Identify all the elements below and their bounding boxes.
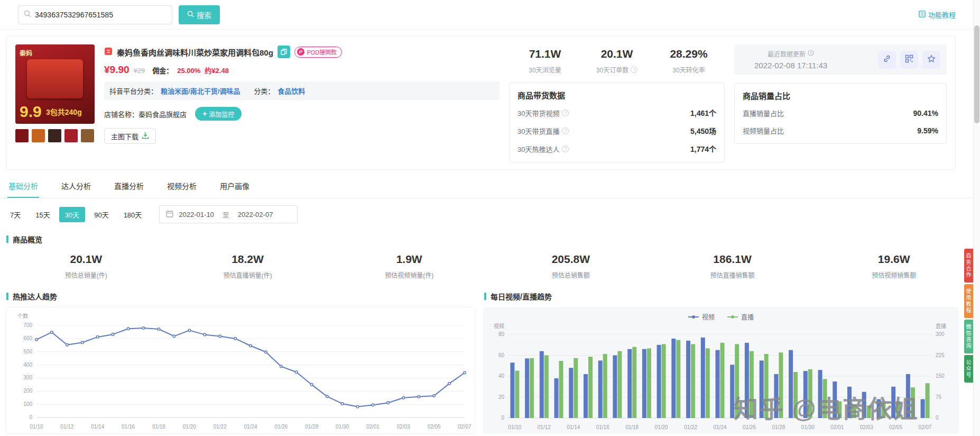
product-doc-icon xyxy=(104,47,113,57)
product-thumbnail[interactable] xyxy=(64,129,78,142)
svg-text:20: 20 xyxy=(498,394,505,400)
svg-text:100: 100 xyxy=(23,401,32,407)
platform-category-label: 抖音平台分类： xyxy=(109,86,158,96)
svg-text:01/26: 01/26 xyxy=(743,424,756,430)
daily-trend-section: 每日视频/直播趋势 视频 直播 002075401506022580300视频直… xyxy=(483,291,959,434)
update-column: 最近数据更新 2022-02-08 17:11:43 xyxy=(734,44,947,162)
ratio-row-live: 直播销量占比 90.41% xyxy=(743,104,938,122)
add-monitor-button[interactable]: 添加监控 xyxy=(195,107,242,121)
favorite-button[interactable] xyxy=(922,51,940,69)
row-label: 30天带货直播 xyxy=(517,126,559,136)
svg-text:个数: 个数 xyxy=(17,313,28,319)
range-30d[interactable]: 30天 xyxy=(59,207,85,222)
carry-row-talent: 30天热推达人 1,774个 xyxy=(517,140,716,158)
tutorial-link[interactable]: 功能教程 xyxy=(919,10,956,20)
row-label: 30天带货视频 xyxy=(517,108,559,118)
tab-talent-analysis[interactable]: 达人分析 xyxy=(60,175,92,198)
help-icon[interactable] xyxy=(562,146,569,152)
help-icon[interactable] xyxy=(631,66,637,73)
product-thumbnail[interactable] xyxy=(15,129,29,142)
tab-live-analysis[interactable]: 直播分析 xyxy=(113,175,145,198)
product-image[interactable]: 秦妈 9.9 3包共240g xyxy=(15,44,95,124)
carry-row-video: 30天带货视频 1,461个 xyxy=(517,104,716,122)
main-image-download-button[interactable]: 主图下载 xyxy=(104,128,156,144)
range-15d[interactable]: 15天 xyxy=(30,207,56,222)
ratio-panel-title: 商品销量占比 xyxy=(743,90,938,101)
update-time: 2022-02-08 17:11:43 xyxy=(754,61,827,70)
tab-user-profile[interactable]: 用户画像 xyxy=(219,175,251,198)
date-range-picker[interactable]: 2022-01-10 至 2022-02-07 xyxy=(159,205,298,223)
row-value: 1,774个 xyxy=(690,143,716,154)
ratio-row-video: 视频销量占比 9.59% xyxy=(743,122,938,139)
product-thumbnail[interactable] xyxy=(32,129,45,142)
plus-icon xyxy=(202,110,207,118)
metrics-column: 71.1W 30天浏览量 20.1W 30天订单数 28.29% 30天转化率 … xyxy=(509,44,725,162)
svg-text:01/14: 01/14 xyxy=(567,424,580,430)
legend-video[interactable]: 视频 xyxy=(688,312,715,321)
metric-views: 71.1W 30天浏览量 xyxy=(509,48,581,74)
pdd-badge-label: PDD搜同款 xyxy=(307,48,337,56)
svg-text:02/03: 02/03 xyxy=(397,424,410,430)
range-90d[interactable]: 90天 xyxy=(88,207,114,222)
scrollbar-thumb[interactable] xyxy=(974,25,979,123)
overview-section-title: 商品概览 xyxy=(6,234,980,244)
qrcode-button[interactable] xyxy=(900,51,918,69)
stat-label: 预估视频销量(件) xyxy=(328,270,490,279)
stat-value: 205.8W xyxy=(490,253,652,266)
range-7d[interactable]: 7天 xyxy=(4,207,26,222)
section-bar-icon xyxy=(6,235,8,243)
overview-stat: 205.8W预估总销售额 xyxy=(490,253,652,279)
help-icon[interactable] xyxy=(562,128,569,134)
stat-label: 预估直播销量(件) xyxy=(167,270,329,279)
svg-text:01/28: 01/28 xyxy=(305,424,318,430)
svg-text:75: 75 xyxy=(936,394,942,400)
range-180d[interactable]: 180天 xyxy=(118,207,148,222)
svg-text:200: 200 xyxy=(23,388,32,394)
product-thumbnail[interactable] xyxy=(48,129,61,142)
product-original-price: ¥29 xyxy=(134,67,145,75)
metric-value: 28.29% xyxy=(653,48,725,60)
link-icon xyxy=(883,54,891,65)
svg-text:01/28: 01/28 xyxy=(772,424,785,430)
category-link[interactable]: 食品饮料 xyxy=(278,86,305,96)
product-thumbnail[interactable] xyxy=(81,129,94,142)
legend-label: 视频 xyxy=(702,312,715,321)
share-link-button[interactable] xyxy=(878,51,896,69)
product-thumbnails xyxy=(15,129,95,142)
overview-title-text: 商品概览 xyxy=(13,234,42,244)
update-box: 最近数据更新 2022-02-08 17:11:43 xyxy=(734,44,947,75)
legend-line-icon xyxy=(688,316,699,317)
tab-basic-analysis[interactable]: 基础分析 xyxy=(7,175,39,198)
stat-value: 1.9W xyxy=(328,253,490,266)
legend-label: 直播 xyxy=(741,312,754,321)
carry-panel-title: 商品带货数据 xyxy=(517,89,716,101)
svg-text:01/22: 01/22 xyxy=(214,424,227,430)
pdd-search-badge[interactable]: PDD搜同款 xyxy=(294,47,342,58)
side-tab-wechat[interactable]: 微信咨询 xyxy=(964,320,973,353)
search-box[interactable] xyxy=(18,5,172,24)
commission-rate: 25.00% xyxy=(177,67,200,75)
platform-category-link[interactable]: 粮油米面/南北干货/调味品 xyxy=(161,86,240,96)
help-icon[interactable] xyxy=(562,110,569,116)
shop-label: 店铺名称： xyxy=(104,111,138,119)
tab-video-analysis[interactable]: 视频分析 xyxy=(166,175,198,198)
side-tab-business[interactable]: 商务合作 xyxy=(964,249,973,283)
stat-label: 预估总销量(件) xyxy=(5,270,167,279)
stat-label: 预估视频销售额 xyxy=(813,270,975,279)
download-icon xyxy=(142,132,149,141)
metric-conversion: 28.29% 30天转化率 xyxy=(653,48,725,74)
side-tab-tutorial[interactable]: 使用教程 xyxy=(964,284,973,318)
overview-stat: 186.1W预估直播销售额 xyxy=(652,253,813,279)
topbar: 搜索 功能教程 xyxy=(0,0,980,30)
search-button[interactable]: 搜索 xyxy=(179,5,220,24)
legend-live[interactable]: 直播 xyxy=(727,312,754,321)
category-label: 分类： xyxy=(254,86,274,96)
copy-title-button[interactable] xyxy=(278,46,290,58)
svg-text:02/07: 02/07 xyxy=(919,424,932,430)
svg-text:01/26: 01/26 xyxy=(274,424,288,430)
side-tab-official[interactable]: 公众号 xyxy=(964,355,973,383)
search-input[interactable] xyxy=(35,11,167,19)
scrollbar-track xyxy=(973,0,980,436)
overview-stat: 18.2W预估直播销量(件) xyxy=(167,253,329,279)
stat-value: 186.1W xyxy=(652,253,813,266)
